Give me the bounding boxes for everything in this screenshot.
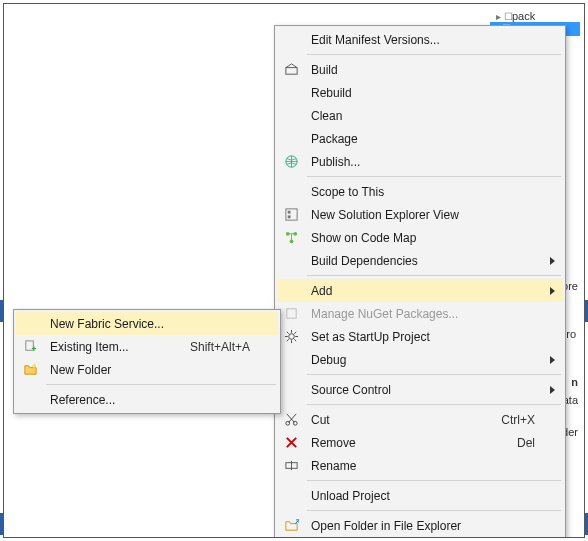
menu-nuget: Manage NuGet Packages... xyxy=(277,302,563,325)
menu-label: Existing Item... xyxy=(50,340,129,354)
submenu-reference[interactable]: Reference... xyxy=(16,388,278,411)
solution-explorer-icon xyxy=(283,207,299,223)
menu-label: Remove xyxy=(311,436,356,450)
scissors-icon xyxy=(283,412,299,428)
panel-text: n xyxy=(571,376,578,388)
menu-label: Set as StartUp Project xyxy=(311,330,430,344)
add-submenu: New Fabric Service... + Existing Item...… xyxy=(13,309,281,414)
separator xyxy=(307,404,561,405)
separator xyxy=(307,275,561,276)
menu-label: Manage NuGet Packages... xyxy=(311,307,458,321)
menu-build-deps[interactable]: Build Dependencies xyxy=(277,249,563,272)
gear-icon xyxy=(283,329,299,345)
menu-edit-manifest[interactable]: Edit Manifest Versions... xyxy=(277,28,563,51)
menu-label: Publish... xyxy=(311,155,360,169)
svg-rect-3 xyxy=(287,211,290,214)
menu-label: New Folder xyxy=(50,363,111,377)
window-frame: ▸ ☐ pack ▾ ☐ Applic erv ppl ubl crip ppl… xyxy=(3,3,585,538)
svg-line-17 xyxy=(294,332,296,334)
existing-item-icon: + xyxy=(22,339,38,355)
menu-label: Build xyxy=(311,63,338,77)
menu-source-control[interactable]: Source Control xyxy=(277,378,563,401)
globe-icon xyxy=(283,154,299,170)
menu-scope[interactable]: Scope to This xyxy=(277,180,563,203)
submenu-new-folder[interactable]: New Folder xyxy=(16,358,278,381)
menu-label: Build Dependencies xyxy=(311,254,418,268)
shortcut: Del xyxy=(487,436,535,450)
svg-text:+: + xyxy=(31,344,36,354)
build-icon xyxy=(283,62,299,78)
separator xyxy=(307,374,561,375)
svg-line-14 xyxy=(286,332,288,334)
menu-label: Rename xyxy=(311,459,356,473)
svg-rect-2 xyxy=(285,209,296,220)
menu-clean[interactable]: Clean xyxy=(277,104,563,127)
menu-publish[interactable]: Publish... xyxy=(277,150,563,173)
shortcut: Shift+Alt+A xyxy=(160,340,250,354)
submenu-new-fabric-service[interactable]: New Fabric Service... xyxy=(16,312,278,335)
menu-label: New Fabric Service... xyxy=(50,317,164,331)
menu-new-solution-view[interactable]: New Solution Explorer View xyxy=(277,203,563,226)
menu-build[interactable]: Build xyxy=(277,58,563,81)
menu-startup[interactable]: Set as StartUp Project xyxy=(277,325,563,348)
menu-label: Show on Code Map xyxy=(311,231,416,245)
submenu-arrow-icon xyxy=(550,287,555,295)
svg-point-24 xyxy=(32,364,36,368)
menu-label: Add xyxy=(311,284,332,298)
tree-node[interactable]: ▸ ☐ pack xyxy=(490,10,580,22)
svg-line-15 xyxy=(294,339,296,341)
menu-label: Open Folder in File Explorer xyxy=(311,519,461,533)
submenu-existing-item[interactable]: + Existing Item... Shift+Alt+A xyxy=(16,335,278,358)
menu-remove[interactable]: Remove Del xyxy=(277,431,563,454)
menu-label: Cut xyxy=(311,413,330,427)
menu-rebuild[interactable]: Rebuild xyxy=(277,81,563,104)
menu-label: Package xyxy=(311,132,358,146)
menu-label: New Solution Explorer View xyxy=(311,208,459,222)
menu-debug[interactable]: Debug xyxy=(277,348,563,371)
menu-add[interactable]: Add xyxy=(277,279,563,302)
separator xyxy=(307,54,561,55)
rename-icon xyxy=(283,458,299,474)
submenu-arrow-icon xyxy=(550,386,555,394)
menu-label: Source Control xyxy=(311,383,391,397)
menu-cut[interactable]: Cut Ctrl+X xyxy=(277,408,563,431)
menu-code-map[interactable]: Show on Code Map xyxy=(277,226,563,249)
svg-rect-0 xyxy=(285,68,296,75)
submenu-arrow-icon xyxy=(550,356,555,364)
shortcut: Ctrl+X xyxy=(471,413,535,427)
svg-point-9 xyxy=(288,334,294,340)
menu-package[interactable]: Package xyxy=(277,127,563,150)
submenu-arrow-icon xyxy=(550,257,555,265)
menu-label: Reference... xyxy=(50,393,115,407)
menu-label: Edit Manifest Versions... xyxy=(311,33,440,47)
new-folder-icon xyxy=(22,362,38,378)
separator xyxy=(46,384,276,385)
svg-line-16 xyxy=(286,339,288,341)
separator xyxy=(307,510,561,511)
code-map-icon xyxy=(283,230,299,246)
menu-open-folder[interactable]: Open Folder in File Explorer xyxy=(277,514,563,537)
menu-label: Scope to This xyxy=(311,185,384,199)
delete-icon xyxy=(283,435,299,451)
menu-rename[interactable]: Rename xyxy=(277,454,563,477)
open-folder-icon xyxy=(283,518,299,534)
nuget-icon xyxy=(283,306,299,322)
menu-label: Rebuild xyxy=(311,86,352,100)
tree-label: pack xyxy=(512,10,535,22)
menu-label: Clean xyxy=(311,109,342,123)
context-menu: Edit Manifest Versions... Build Rebuild … xyxy=(274,25,566,538)
separator xyxy=(307,480,561,481)
separator xyxy=(307,176,561,177)
menu-unload[interactable]: Unload Project xyxy=(277,484,563,507)
svg-rect-4 xyxy=(287,215,290,218)
menu-label: Debug xyxy=(311,353,346,367)
svg-rect-8 xyxy=(286,309,295,318)
menu-label: Unload Project xyxy=(311,489,390,503)
